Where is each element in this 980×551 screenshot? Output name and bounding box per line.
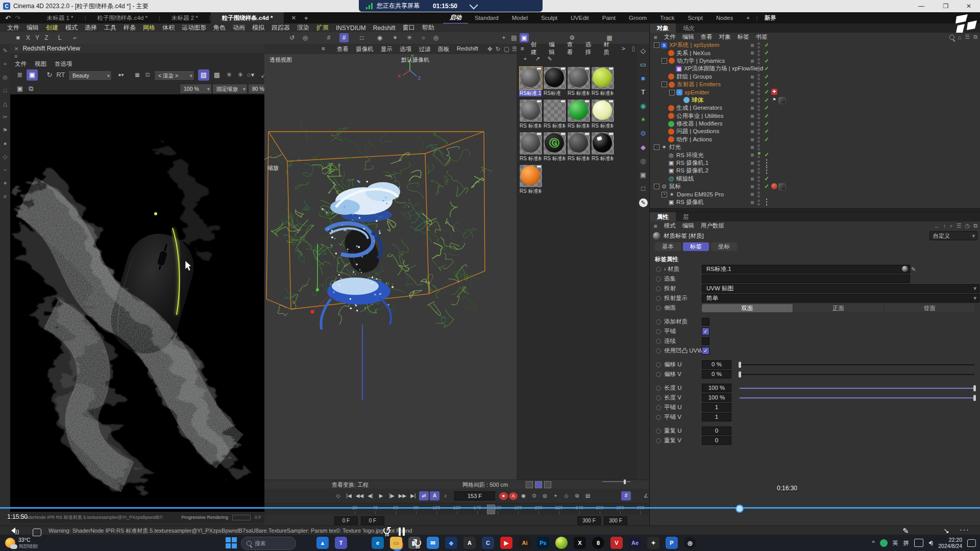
- left-tool-icon[interactable]: ⚑: [0, 123, 10, 137]
- palette-icon[interactable]: ◇: [637, 44, 649, 58]
- param-dot-icon[interactable]: [656, 395, 661, 400]
- taskbar-app-obs[interactable]: ◎: [684, 537, 696, 549]
- layout-tab-Script[interactable]: Script: [681, 12, 709, 23]
- viewport-panel[interactable]: ≡查看摄像机显示选项过滤面板Redshift✥↻▢☰ 透视视图 默认摄像机 缩放: [264, 44, 517, 480]
- left-tool-icon[interactable]: ◎: [0, 70, 10, 84]
- weather-widget[interactable]: 33°C 局部晴朗: [5, 537, 38, 549]
- param-dot-icon[interactable]: [656, 429, 661, 434]
- undo-icon[interactable]: ↶: [5, 14, 11, 22]
- expand-toggle[interactable]: +: [662, 192, 667, 197]
- display-icon[interactable]: [914, 539, 923, 547]
- record-icon[interactable]: ●: [499, 492, 508, 500]
- renderview-icon[interactable]: ⊡: [142, 69, 153, 81]
- subtab-标签[interactable]: 标签: [683, 242, 709, 251]
- param-dot-icon[interactable]: [656, 386, 661, 391]
- visibility-dots[interactable]: [757, 160, 760, 167]
- lod-slider[interactable]: [602, 481, 630, 482]
- left-tool-icon[interactable]: ✂: [0, 110, 10, 123]
- maximize-button[interactable]: ❐: [936, 0, 956, 12]
- palette-icon[interactable]: □: [637, 182, 649, 195]
- menu-模拟[interactable]: 模拟: [252, 23, 264, 32]
- viewport-menu-显示[interactable]: 显示: [381, 45, 393, 53]
- left-tool-icon[interactable]: ✎: [0, 44, 10, 57]
- record-icon[interactable]: ◎: [540, 491, 550, 500]
- enable-state[interactable]: ✓: [763, 175, 770, 183]
- record-icon[interactable]: ◇: [561, 491, 571, 500]
- volume-icon[interactable]: )): [11, 528, 19, 535]
- material-item[interactable]: RS 标准材质: [567, 66, 590, 96]
- toolbar-icon[interactable]: ◎: [431, 33, 440, 42]
- material-tool-icon[interactable]: ✎: [544, 53, 555, 64]
- palette-icon[interactable]: ■: [637, 71, 649, 85]
- toolbar-icon[interactable]: ↺: [287, 33, 297, 42]
- om-search-icon[interactable]: [949, 35, 954, 40]
- left-tool-icon[interactable]: +: [0, 57, 10, 70]
- chevron-down-icon[interactable]: [470, 1, 478, 9]
- viewport-menu-摄像机[interactable]: 摄像机: [356, 45, 374, 53]
- menu-选择[interactable]: 选择: [85, 23, 97, 32]
- snap-toggle[interactable]: #: [621, 491, 631, 500]
- viewport-menu-选项[interactable]: 选项: [400, 45, 411, 53]
- param-dot-icon[interactable]: [656, 277, 661, 282]
- material-thumbnail[interactable]: [519, 66, 543, 90]
- slider-偏移 V[interactable]: [740, 374, 974, 375]
- palette-icon[interactable]: ◎: [637, 154, 649, 168]
- material-thumbnail[interactable]: Ⓖ: [543, 132, 567, 155]
- document-tab[interactable]: 粒子围绕样条.c4d *: [86, 12, 159, 23]
- tree-row[interactable]: -发射器 | Emitters✓: [650, 81, 980, 88]
- left-tool-icon[interactable]: ≡: [0, 190, 10, 203]
- param-dot-icon[interactable]: [656, 348, 661, 354]
- visibility-dots[interactable]: [757, 176, 760, 183]
- menu-INSYDIUM[interactable]: INSYDIUM: [336, 24, 366, 32]
- menu-样条[interactable]: 样条: [124, 23, 136, 32]
- param-dot-icon[interactable]: [656, 286, 661, 291]
- transport-|◀[interactable]: |◀: [344, 491, 354, 500]
- start-button[interactable]: [226, 537, 237, 548]
- record-icon[interactable]: ⌖: [551, 491, 560, 500]
- expand-toggle[interactable]: -: [662, 58, 667, 64]
- renderview-icon[interactable]: ✳: [224, 69, 235, 81]
- left-tool-icon[interactable]: ◇: [0, 150, 10, 163]
- renderview-icon[interactable]: ✳: [235, 69, 246, 81]
- left-tool-icon[interactable]: ~: [0, 163, 10, 177]
- visibility-dots[interactable]: [757, 82, 760, 89]
- visibility-dots[interactable]: [757, 144, 760, 152]
- enable-state[interactable]: ✓: [763, 104, 770, 112]
- enable-state[interactable]: ✓: [763, 128, 770, 135]
- visibility-dots[interactable]: [757, 168, 760, 175]
- param-dot-icon[interactable]: [656, 306, 661, 311]
- toolbar-icon[interactable]: +: [499, 33, 508, 42]
- enable-state[interactable]: ✓: [763, 88, 770, 96]
- current-frame-marker[interactable]: [487, 505, 495, 514]
- material-item[interactable]: RS 标准材质: [591, 66, 614, 96]
- tag-matred[interactable]: [771, 183, 777, 189]
- tree-row[interactable]: 修改器 | Modifiers✓: [650, 120, 980, 128]
- value-field[interactable]: 0 %: [702, 360, 731, 369]
- visibility-dots[interactable]: [757, 121, 760, 128]
- layout-tab-Model[interactable]: Model: [505, 12, 534, 23]
- number-field[interactable]: 1: [702, 403, 731, 412]
- material-thumbnail[interactable]: [543, 66, 567, 90]
- taskbar-app-media-app[interactable]: 8: [592, 537, 604, 549]
- tree-row[interactable]: 公用事业 | Utilities✓: [650, 112, 980, 120]
- attr-burger-icon[interactable]: ≡: [654, 223, 657, 229]
- toolbar-icon[interactable]: ▤: [509, 33, 519, 42]
- param-dot-icon[interactable]: [656, 362, 661, 367]
- tag-shield[interactable]: ✚: [771, 89, 777, 95]
- number-field[interactable]: 0: [702, 427, 731, 435]
- annotate-pencil-icon[interactable]: ✎: [902, 527, 909, 536]
- shrink-icon[interactable]: ↘: [943, 527, 949, 535]
- layout-icon-2[interactable]: [535, 481, 542, 488]
- enable-state[interactable]: ✓: [763, 57, 770, 65]
- layout-tab-Nodes[interactable]: Nodes: [709, 12, 740, 23]
- param-dot-icon[interactable]: [656, 372, 661, 377]
- dropdown-投射[interactable]: UVW 贴图: [702, 284, 979, 293]
- attr-nav-icon[interactable]: ⌕: [949, 222, 952, 229]
- material-item[interactable]: RS 标准材质: [567, 99, 590, 129]
- enable-state[interactable]: ✓: [763, 151, 770, 159]
- taskbar-app-a-app[interactable]: A: [463, 537, 476, 549]
- add-document-icon[interactable]: +: [304, 14, 308, 22]
- renderview-menu-首选项[interactable]: 首选项: [55, 60, 72, 68]
- taskbar-app-x-app[interactable]: X: [574, 537, 586, 549]
- layout-tab-Groom[interactable]: Groom: [622, 12, 653, 23]
